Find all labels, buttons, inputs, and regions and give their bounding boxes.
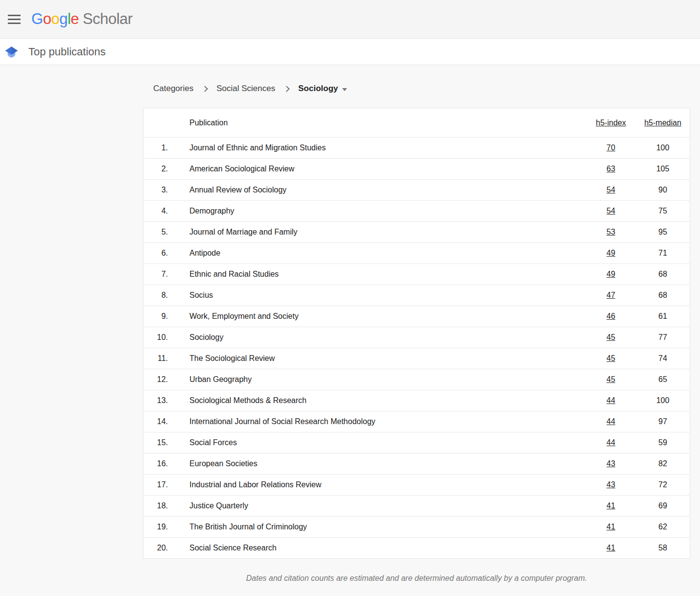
row-h5-median: 59 (637, 438, 689, 447)
table-row: 2. American Sociological Review 63 105 (143, 158, 690, 179)
row-h5-index-link[interactable]: 44 (607, 396, 615, 405)
row-h5-median: 75 (637, 207, 689, 215)
row-rank: 2. (143, 165, 168, 173)
row-rank: 7. (143, 270, 168, 279)
row-h5-median: 82 (637, 459, 689, 468)
row-publication-title: The British Journal of Criminology (168, 523, 585, 531)
row-h5-index-link[interactable]: 53 (607, 228, 615, 236)
table-row: 9. Work, Employment and Society 46 61 (143, 306, 690, 327)
breadcrumb: Categories Social Sciences Sociology (153, 83, 700, 95)
row-h5-index-link[interactable]: 45 (607, 333, 615, 341)
row-h5-index-link[interactable]: 44 (607, 438, 615, 447)
scholar-cap-icon (5, 45, 19, 59)
table-row: 12. Urban Geography 45 65 (143, 369, 690, 390)
row-h5-index-link[interactable]: 41 (607, 523, 615, 531)
row-rank: 11. (143, 354, 168, 363)
row-rank: 17. (143, 480, 168, 489)
row-h5-index-link[interactable]: 44 (607, 417, 615, 426)
row-rank: 1. (143, 143, 168, 152)
row-h5-index-link[interactable]: 45 (607, 375, 615, 383)
row-publication-title: Ethnic and Racial Studies (168, 270, 585, 279)
table-row: 20. Social Science Research 41 58 (143, 537, 690, 558)
row-h5-index-link[interactable]: 46 (607, 312, 615, 320)
page-title: Top publications (28, 46, 106, 58)
row-rank: 4. (143, 207, 168, 215)
row-rank: 9. (143, 312, 168, 321)
row-h5-median: 62 (637, 523, 689, 531)
row-h5-index-link[interactable]: 43 (607, 459, 615, 468)
row-publication-title: Annual Review of Sociology (168, 186, 585, 194)
row-rank: 20. (143, 544, 168, 552)
row-h5-index-link[interactable]: 49 (607, 270, 615, 278)
row-publication-title: Journal of Marriage and Family (168, 228, 585, 237)
row-publication-title: Urban Geography (168, 375, 585, 384)
table-row: 8. Socius 47 68 (143, 285, 690, 306)
row-h5-index-link[interactable]: 63 (607, 165, 615, 173)
row-publication-title: Social Science Research (168, 544, 585, 552)
page-header: Top publications (0, 39, 700, 65)
breadcrumb-categories[interactable]: Categories (153, 84, 193, 94)
row-publication-title: Social Forces (168, 438, 585, 447)
h5-index-column-header[interactable]: h5-index (596, 119, 626, 127)
row-h5-median: 97 (637, 417, 689, 426)
row-h5-index-link[interactable]: 49 (607, 249, 615, 257)
h5-median-column-header[interactable]: h5-median (644, 119, 681, 127)
row-h5-median: 72 (637, 480, 689, 489)
logo-letter: G (31, 10, 43, 27)
row-h5-median: 61 (637, 312, 689, 321)
publications-table: Publication h5-index h5-median 1. Journa… (143, 108, 690, 559)
row-rank: 14. (143, 417, 168, 426)
row-publication-title: Sociological Methods & Research (168, 396, 585, 405)
table-header-row: Publication h5-index h5-median (143, 108, 690, 137)
logo-letter: o (43, 10, 51, 27)
caret-down-icon (342, 88, 347, 91)
table-row: 4. Demography 54 75 (143, 200, 690, 221)
row-h5-index-link[interactable]: 43 (607, 480, 615, 489)
breadcrumb-current-label: Sociology (298, 84, 338, 94)
table-row: 1. Journal of Ethnic and Migration Studi… (143, 137, 690, 158)
table-row: 19. The British Journal of Criminology 4… (143, 516, 690, 537)
row-h5-median: 74 (637, 354, 689, 363)
row-h5-median: 58 (637, 544, 689, 552)
row-h5-median: 65 (637, 375, 689, 384)
row-h5-index-link[interactable]: 70 (607, 143, 615, 152)
chevron-right-icon (283, 86, 290, 92)
row-publication-title: European Societies (168, 459, 585, 468)
row-publication-title: Antipode (168, 249, 585, 258)
google-scholar-logo[interactable]: Google Scholar (31, 10, 133, 28)
row-h5-index-link[interactable]: 54 (607, 186, 615, 194)
breadcrumb-social-sciences[interactable]: Social Sciences (216, 84, 275, 94)
row-rank: 15. (143, 438, 168, 447)
table-body: 1. Journal of Ethnic and Migration Studi… (143, 137, 690, 558)
table-row: 6. Antipode 49 71 (143, 242, 690, 263)
content-area: Categories Social Sciences Sociology Pub… (0, 65, 700, 583)
logo-letter: o (51, 10, 59, 27)
row-rank: 19. (143, 523, 168, 531)
row-h5-index-link[interactable]: 47 (607, 291, 615, 299)
row-h5-index-link[interactable]: 45 (607, 354, 615, 362)
disclaimer-note: Dates and citation counts are estimated … (143, 574, 690, 583)
row-rank: 10. (143, 333, 168, 342)
row-publication-title: Socius (168, 291, 585, 300)
row-publication-title: Justice Quarterly (168, 501, 585, 510)
row-rank: 8. (143, 291, 168, 300)
row-h5-median: 69 (637, 501, 689, 510)
hamburger-menu-icon[interactable] (4, 9, 24, 29)
row-h5-index-link[interactable]: 54 (607, 207, 615, 215)
row-h5-index-link[interactable]: 41 (607, 501, 615, 510)
top-bar: Google Scholar (0, 0, 700, 39)
row-h5-median: 100 (637, 143, 689, 152)
row-h5-median: 95 (637, 228, 689, 237)
row-rank: 16. (143, 459, 168, 468)
row-rank: 3. (143, 186, 168, 194)
row-h5-index-link[interactable]: 41 (607, 544, 615, 552)
row-rank: 6. (143, 249, 168, 258)
table-row: 5. Journal of Marriage and Family 53 95 (143, 221, 690, 242)
row-rank: 5. (143, 228, 168, 237)
table-row: 18. Justice Quarterly 41 69 (143, 495, 690, 516)
row-rank: 12. (143, 375, 168, 384)
row-rank: 18. (143, 501, 168, 510)
row-publication-title: Demography (168, 207, 585, 215)
row-h5-median: 77 (637, 333, 689, 342)
breadcrumb-current-sociology[interactable]: Sociology (298, 84, 347, 94)
